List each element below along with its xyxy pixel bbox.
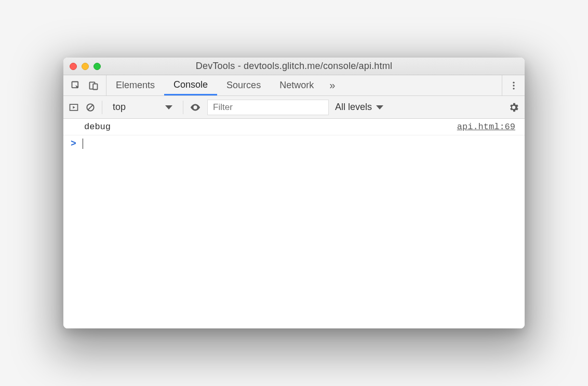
execution-context-select[interactable]: top	[109, 102, 177, 113]
live-expression-icon[interactable]	[190, 102, 201, 113]
minimize-window-button[interactable]	[82, 63, 89, 70]
chevron-down-icon	[376, 105, 383, 109]
maximize-window-button[interactable]	[93, 63, 101, 70]
log-message: debug	[84, 122, 111, 132]
svg-line-9	[88, 105, 92, 109]
chevron-down-icon	[165, 105, 172, 109]
clear-console-icon[interactable]	[85, 102, 96, 113]
log-levels-select[interactable]: All levels	[335, 102, 383, 113]
svg-point-10	[194, 106, 196, 108]
console-output: debug api.html:69 >	[63, 119, 525, 328]
tab-console[interactable]: Console	[164, 75, 217, 95]
svg-point-3	[513, 81, 514, 83]
console-filter-bar: top All levels	[63, 96, 525, 119]
divider	[183, 101, 183, 114]
divider	[102, 101, 102, 114]
console-prompt[interactable]: >	[63, 135, 525, 152]
device-mode-icon[interactable]	[88, 80, 99, 91]
log-source-link[interactable]: api.html:69	[457, 122, 515, 132]
inspect-element-icon[interactable]	[71, 80, 81, 91]
console-log-entry: debug api.html:69	[63, 119, 525, 135]
svg-point-4	[513, 85, 514, 86]
devtools-toolbar: Elements Console Sources Network »	[63, 75, 525, 96]
tab-network[interactable]: Network	[270, 75, 323, 95]
close-window-button[interactable]	[70, 63, 77, 70]
devtools-window: DevTools - devtools.glitch.me/console/ap…	[63, 58, 525, 328]
window-title: DevTools - devtools.glitch.me/console/ap…	[196, 61, 392, 72]
input-cursor	[83, 139, 84, 149]
more-tabs-button[interactable]: »	[323, 75, 341, 95]
svg-marker-7	[73, 106, 75, 108]
window-controls	[70, 63, 101, 70]
filter-input[interactable]	[207, 100, 329, 115]
svg-rect-2	[93, 84, 97, 89]
tab-sources[interactable]: Sources	[217, 75, 270, 95]
titlebar: DevTools - devtools.glitch.me/console/ap…	[63, 58, 525, 75]
kebab-menu-button[interactable]	[502, 75, 525, 95]
context-value: top	[113, 102, 126, 113]
levels-label: All levels	[335, 102, 372, 113]
inspect-tools	[63, 75, 106, 95]
svg-point-5	[513, 88, 514, 89]
toggle-sidebar-icon[interactable]	[69, 102, 79, 113]
tab-elements[interactable]: Elements	[106, 75, 164, 95]
chevron-double-right-icon: »	[329, 79, 335, 91]
prompt-chevron-icon: >	[71, 139, 76, 149]
panel-tabs: Elements Console Sources Network »	[106, 75, 502, 95]
console-settings-icon[interactable]	[508, 102, 519, 113]
